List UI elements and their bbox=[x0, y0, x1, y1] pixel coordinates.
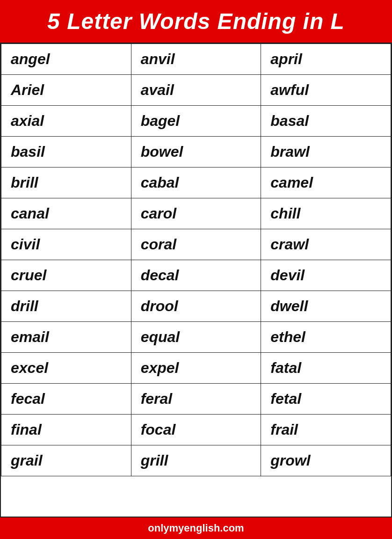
word-table-container: angelanvilaprilArielavailawfulaxialbagel… bbox=[0, 43, 392, 517]
word-cell: grail bbox=[1, 445, 131, 476]
table-row: grailgrillgrowl bbox=[1, 445, 391, 476]
word-cell: final bbox=[1, 415, 131, 445]
word-cell: focal bbox=[131, 415, 261, 445]
table-row: civilcoralcrawl bbox=[1, 229, 391, 260]
word-cell: growl bbox=[261, 445, 391, 476]
word-cell: bowel bbox=[131, 137, 261, 168]
word-cell: coral bbox=[131, 229, 261, 260]
footer-text: onlymyenglish.com bbox=[148, 522, 244, 534]
word-cell: brill bbox=[1, 168, 131, 198]
page-footer: onlymyenglish.com bbox=[0, 517, 392, 539]
word-cell: chill bbox=[261, 198, 391, 229]
word-cell: drill bbox=[1, 291, 131, 322]
word-cell: grill bbox=[131, 445, 261, 476]
word-cell: civil bbox=[1, 229, 131, 260]
word-cell: camel bbox=[261, 168, 391, 198]
word-cell: basil bbox=[1, 137, 131, 168]
word-cell: awful bbox=[261, 75, 391, 106]
word-cell: avail bbox=[131, 75, 261, 106]
word-cell: devil bbox=[261, 260, 391, 291]
page-title: 5 Letter Words Ending in L bbox=[9, 8, 383, 34]
word-cell: ethel bbox=[261, 322, 391, 353]
table-row: crueldecaldevil bbox=[1, 260, 391, 291]
word-cell: fetal bbox=[261, 384, 391, 415]
word-cell: april bbox=[261, 44, 391, 75]
page-header: 5 Letter Words Ending in L bbox=[0, 0, 392, 43]
word-table: angelanvilaprilArielavailawfulaxialbagel… bbox=[1, 44, 391, 476]
table-row: excelexpelfatal bbox=[1, 353, 391, 384]
word-cell: brawl bbox=[261, 137, 391, 168]
word-cell: cruel bbox=[1, 260, 131, 291]
word-cell: bagel bbox=[131, 106, 261, 137]
word-cell: drool bbox=[131, 291, 261, 322]
table-row: emailequalethel bbox=[1, 322, 391, 353]
table-row: brillcabalcamel bbox=[1, 168, 391, 198]
word-cell: excel bbox=[1, 353, 131, 384]
word-cell: dwell bbox=[261, 291, 391, 322]
word-cell: Ariel bbox=[1, 75, 131, 106]
word-cell: frail bbox=[261, 415, 391, 445]
word-cell: equal bbox=[131, 322, 261, 353]
table-row: basilbowelbrawl bbox=[1, 137, 391, 168]
table-row: finalfocalfrail bbox=[1, 415, 391, 445]
word-cell: angel bbox=[1, 44, 131, 75]
word-cell: decal bbox=[131, 260, 261, 291]
table-row: fecalferalfetal bbox=[1, 384, 391, 415]
word-cell: axial bbox=[1, 106, 131, 137]
word-cell: basal bbox=[261, 106, 391, 137]
word-cell: expel bbox=[131, 353, 261, 384]
word-cell: crawl bbox=[261, 229, 391, 260]
word-cell: fecal bbox=[1, 384, 131, 415]
table-row: Arielavailawful bbox=[1, 75, 391, 106]
word-cell: anvil bbox=[131, 44, 261, 75]
word-cell: fatal bbox=[261, 353, 391, 384]
word-cell: canal bbox=[1, 198, 131, 229]
table-row: drilldrooldwell bbox=[1, 291, 391, 322]
word-cell: cabal bbox=[131, 168, 261, 198]
table-row: axialbagelbasal bbox=[1, 106, 391, 137]
table-row: canalcarolchill bbox=[1, 198, 391, 229]
word-cell: carol bbox=[131, 198, 261, 229]
word-cell: email bbox=[1, 322, 131, 353]
word-cell: feral bbox=[131, 384, 261, 415]
table-row: angelanvilapril bbox=[1, 44, 391, 75]
